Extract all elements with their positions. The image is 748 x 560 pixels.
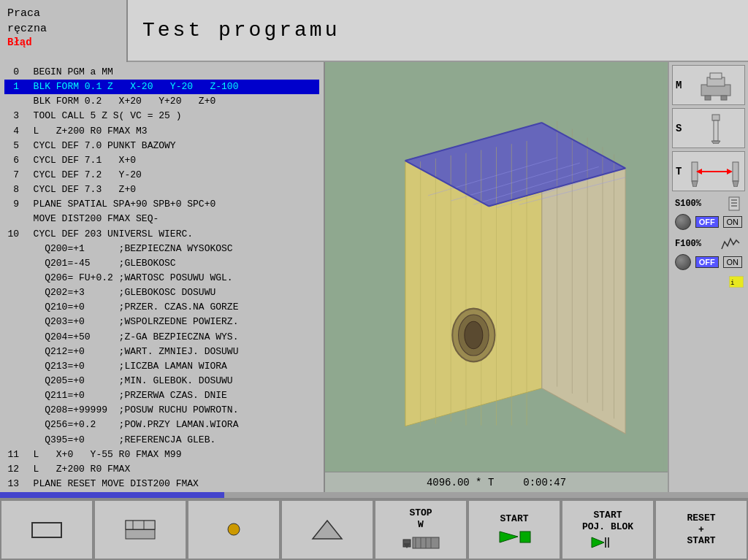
line-text: L X+0 Y-55 R0 FMAX M99 (22, 448, 181, 462)
position-display: 4096.00 * T (427, 477, 494, 488)
code-line: 6 CYCL DEF 7.1 X+0 (4, 153, 319, 168)
m-section: M (672, 65, 745, 105)
rectangle-icon (28, 517, 65, 542)
start-icon (496, 528, 533, 546)
line-number (4, 330, 22, 345)
btn-reset-start[interactable]: RESET+START (654, 499, 748, 560)
code-line: Q200=+1 ;BEZPIECZNA WYSOKOSC (4, 242, 319, 256)
code-line: Q213=+0 ;LICZBA LAMAN WIORA (4, 359, 319, 374)
code-line: 3 TOOL CALL 5 Z S( VC = 25 ) (4, 109, 319, 123)
btn-start[interactable]: START (468, 499, 561, 560)
spindle-on-button[interactable]: ON (723, 216, 743, 228)
line-number: 3 (4, 109, 22, 123)
feed-on-button[interactable]: ON (723, 256, 743, 268)
code-line: 11 L X+0 Y-55 R0 FMAX M99 (4, 448, 319, 462)
line-text: Q213=+0 ;LICZBA LAMAN WIORA (22, 359, 227, 374)
svg-marker-67 (592, 537, 604, 548)
feed-off-button[interactable]: OFF (695, 256, 719, 268)
line-number (4, 359, 22, 374)
time-display: 0:00:47 (523, 477, 566, 488)
code-line: 1 BLK FORM 0.1 Z X-20 Y-20 Z-100 (4, 80, 319, 94)
btn-dot[interactable] (187, 499, 280, 560)
line-text: PLANE SPATIAL SPA+90 SPB+0 SPC+0 (22, 197, 215, 212)
line-number (4, 345, 22, 359)
line-text: L Z+200 R0 FMAX M3 (22, 124, 148, 139)
split-rect-icon (122, 517, 159, 542)
left-header: Praca ręczna Błąd (0, 0, 128, 62)
m-label: M (676, 80, 687, 91)
code-line: Q208=+99999 ;POSUW RUCHU POWROTN. (4, 403, 319, 418)
line-text: Q205=+0 ;MIN. GLEBOK. DOSUWU (22, 374, 233, 388)
btn-start-blok[interactable]: STARTPOJ. BLOK (561, 499, 654, 560)
line-text: MOVE DIST200 FMAX SEQ- (22, 212, 159, 226)
code-line: Q201=-45 ;GLEBOKOSC (4, 256, 319, 271)
line-number: 10 (4, 227, 22, 242)
code-line: 7 CYCL DEF 7.2 Y-20 (4, 168, 319, 183)
spindle-speed-section: S100% OFF ON (672, 194, 745, 231)
spindle-knob[interactable] (675, 214, 691, 230)
line-text: TOOL CALL 5 Z S( VC = 25 ) (22, 109, 181, 123)
svg-rect-33 (721, 96, 727, 100)
error-label: Błąd (7, 37, 119, 48)
t-section: T (672, 151, 745, 191)
line-text: BLK FORM 0.2 X+20 Y+20 Z+0 (22, 94, 215, 109)
line-number (4, 300, 22, 315)
code-line: 12 L Z+200 R0 FMAX (4, 462, 319, 477)
line-text: BLK FORM 0.1 Z X-20 Y-20 Z-100 (22, 80, 238, 94)
spindle-speed-label: S100% (675, 199, 701, 209)
view-panel: 4096.00 * T 0:00:47 (325, 62, 668, 492)
line-text: Q256=+0.2 ;POW.PRZY LAMAN.WIORA (22, 418, 238, 432)
code-line: Q202=+3 ;GLEBOKOSC DOSUWU (4, 285, 319, 300)
code-line: 13 PLANE RESET MOVE DIST200 FMAX (4, 477, 319, 491)
page-title: Test programu (142, 19, 340, 42)
work-mode-text: Praca ręczna (7, 6, 119, 37)
line-number (4, 94, 22, 109)
status-bar: 4096.00 * T 0:00:47 (325, 472, 668, 492)
svg-rect-66 (520, 532, 530, 542)
code-line: 0 BEGIN PGM a MM (4, 65, 319, 80)
svg-marker-38 (692, 181, 698, 187)
line-number: 0 (4, 65, 22, 80)
line-number: 12 (4, 462, 22, 477)
start-blok-icon (589, 535, 626, 550)
code-line: 5 CYCL DEF 7.0 PUNKT BAZOWY (4, 139, 319, 153)
btn-rect1[interactable] (0, 499, 94, 560)
line-number: 8 (4, 183, 22, 197)
svg-marker-65 (500, 532, 518, 542)
svg-point-19 (465, 321, 483, 348)
line-text: Q211=+0 ;PRZERWA CZAS. DNIE (22, 388, 227, 403)
line-number (4, 242, 22, 256)
btn-split[interactable] (94, 499, 187, 560)
spindle-off-button[interactable]: OFF (695, 216, 719, 228)
bottom-bar: STOPW START STARTPOJ. BLOK (0, 498, 748, 560)
s-icon (690, 113, 741, 144)
dot-icon (215, 517, 252, 542)
code-line: Q211=+0 ;PRZERWA CZAS. DNIE (4, 388, 319, 403)
3d-view (325, 62, 668, 472)
line-text: CYCL DEF 7.1 X+0 (22, 153, 136, 168)
line-text: Q212=+0 ;WART. ZMNIEJ. DOSUWU (22, 345, 238, 359)
start-label: START (500, 513, 528, 525)
code-panel: 0 BEGIN PGM a MM1 BLK FORM 0.1 Z X-20 Y-… (0, 62, 325, 492)
shape-icon (309, 517, 346, 542)
line-text: Q202=+3 ;GLEBOKOSC DOSUWU (22, 285, 215, 300)
code-line: BLK FORM 0.2 X+20 Y+20 Z+0 (4, 94, 319, 109)
feed-rate-label: F100% (675, 239, 701, 249)
line-number (4, 433, 22, 448)
line-text: Q210=+0 ;PRZER. CZAS.NA GORZE (22, 300, 238, 315)
line-number: 13 (4, 477, 22, 491)
line-text: Q201=-45 ;GLEBOKOSC (22, 256, 176, 271)
feed-knob[interactable] (675, 254, 691, 270)
svg-rect-50 (32, 523, 61, 537)
line-text: Q200=+1 ;BEZPIECZNA WYSOKOSC (22, 242, 233, 256)
t-icon (690, 156, 741, 187)
btn-stop[interactable]: STOPW (374, 499, 468, 560)
btn-shape[interactable] (280, 499, 374, 560)
line-number: 11 (4, 448, 22, 462)
line-number (4, 315, 22, 329)
line-number: 7 (4, 168, 22, 183)
svg-rect-53 (126, 521, 155, 529)
svg-marker-57 (313, 521, 342, 539)
line-number: 5 (4, 139, 22, 153)
line-text: PLANE RESET MOVE DIST200 FMAX (22, 477, 199, 491)
